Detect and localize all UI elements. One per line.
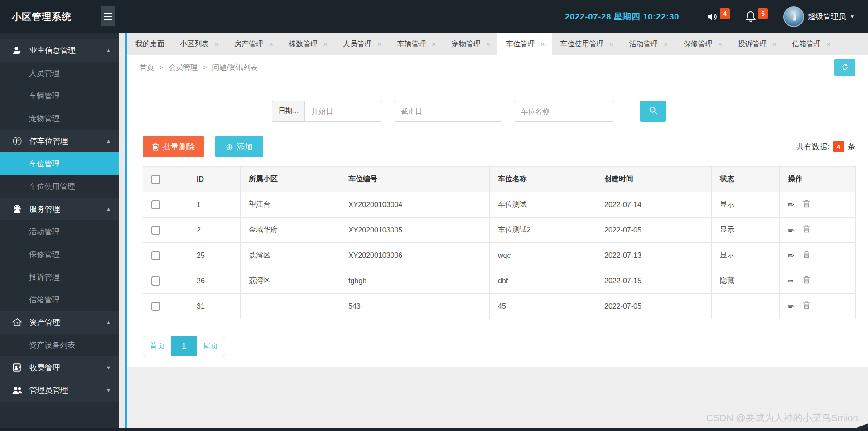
row-checkbox[interactable] [151, 200, 160, 209]
refresh-button[interactable] [834, 59, 855, 76]
sidebar-toggle-button[interactable] [101, 6, 115, 26]
date-range-group: 日期... [272, 101, 382, 122]
hamburger-icon [104, 13, 112, 14]
sidebar-item-asset-device-list[interactable]: 资产设备列表 [0, 334, 119, 356]
sidebar-item-pet[interactable]: 宠物管理 [0, 107, 119, 130]
tab-mailbox[interactable]: 信箱管理 × [783, 33, 838, 55]
delete-icon[interactable] [803, 276, 810, 285]
table-row: 25 荔湾区 XY20200103006 wqc 2022-07-13 显示 ✏ [143, 243, 856, 268]
close-icon[interactable]: × [486, 40, 491, 49]
tab-pet[interactable]: 宠物管理 × [443, 33, 497, 55]
sidebar-item-repair[interactable]: 保修管理 [0, 243, 119, 266]
close-icon[interactable]: × [664, 40, 668, 49]
sidebar-item-owner-info[interactable]: 业主信息管理 ▲ [0, 39, 119, 62]
sidebar-item-label: 服务管理 [29, 204, 60, 214]
bell-notifications[interactable]: 5 [745, 11, 768, 23]
edit-icon[interactable]: ✏ [788, 276, 794, 286]
user-menu[interactable]: 超级管理员 ▼ [783, 6, 854, 27]
add-button[interactable]: ⊕ 添加 [215, 136, 263, 157]
search-button[interactable] [640, 101, 666, 122]
column-header-id: ID [188, 167, 241, 192]
bell-badge: 5 [758, 8, 768, 19]
tab-building[interactable]: 栋数管理 × [280, 33, 334, 55]
edit-icon[interactable]: ✏ [788, 251, 794, 261]
sidebar-item-mailbox[interactable]: 信箱管理 [0, 288, 119, 311]
close-icon[interactable]: × [214, 40, 219, 49]
batch-delete-button[interactable]: 批量删除 [143, 136, 204, 157]
sidebar-item-complaint[interactable]: 投诉管理 [0, 266, 119, 288]
tab-personnel[interactable]: 人员管理 × [334, 33, 389, 55]
row-checkbox[interactable] [151, 226, 160, 235]
tab-bar: 我的桌面 小区列表 × 房产管理 × 栋数管理 × 人员管理 × 车辆管理 × … [127, 33, 868, 55]
close-icon[interactable]: × [269, 40, 273, 49]
chevron-down-icon: ▼ [850, 14, 854, 19]
sound-notifications[interactable]: 4 [706, 11, 730, 23]
pagination-first[interactable]: 首页 [143, 336, 171, 356]
column-header-name: 车位名称 [490, 167, 596, 192]
sidebar-item-parking-usage[interactable]: 车位使用管理 [0, 175, 119, 198]
tab-activity[interactable]: 活动管理 × [621, 33, 675, 55]
sidebar-scroll-strip[interactable] [119, 33, 125, 431]
close-icon[interactable]: × [718, 40, 722, 49]
tab-repair[interactable]: 保修管理 × [675, 33, 729, 55]
table-row: 2 金域华府 XY20200103005 车位测试2 2022-07-05 显示… [143, 218, 856, 243]
pagination-last[interactable]: 尾页 [197, 336, 225, 356]
breadcrumb-current-page: 问题/资讯列表 [212, 63, 257, 73]
close-icon[interactable]: × [826, 40, 831, 49]
sidebar-item-label: 收费管理 [29, 363, 60, 373]
delete-icon[interactable] [803, 225, 810, 234]
sidebar-item-personnel[interactable]: 人员管理 [0, 62, 119, 84]
tab-vehicle[interactable]: 车辆管理 × [389, 33, 443, 55]
tab-community-list[interactable]: 小区列表 × [171, 33, 226, 55]
caret-up-icon: ▲ [106, 48, 111, 53]
edit-icon[interactable]: ✏ [788, 226, 794, 235]
column-header-community: 所属小区 [241, 167, 340, 192]
refresh-icon [840, 62, 850, 73]
sidebar-item-admins[interactable]: 管理员管理 ▼ [0, 379, 119, 402]
sidebar-item-parking-group[interactable]: Ⓟ 停车位管理 ▲ [0, 130, 119, 152]
tab-parking-usage[interactable]: 车位使用管理 × [552, 33, 621, 55]
caret-down-icon: ▼ [106, 365, 111, 370]
select-all-checkbox[interactable] [151, 175, 160, 184]
close-icon[interactable]: × [772, 40, 776, 49]
sidebar-item-billing[interactable]: 收费管理 ▼ [0, 356, 119, 379]
row-checkbox[interactable] [151, 251, 160, 260]
tab-property[interactable]: 房产管理 × [226, 33, 280, 55]
pagination-page-1[interactable]: 1 [171, 336, 197, 356]
count-badge: 4 [833, 141, 844, 152]
start-date-input[interactable] [304, 101, 382, 122]
close-icon[interactable]: × [540, 40, 545, 49]
close-icon[interactable]: × [323, 40, 328, 49]
tab-my-desktop[interactable]: 我的桌面 [127, 33, 171, 55]
parking-name-input[interactable] [514, 101, 614, 122]
sidebar-item-vehicle[interactable]: 车辆管理 [0, 84, 119, 107]
breadcrumb-home[interactable]: 首页 [140, 63, 154, 73]
sidebar-item-activity[interactable]: 活动管理 [0, 220, 119, 243]
close-icon[interactable]: × [432, 40, 436, 49]
row-checkbox[interactable] [151, 302, 160, 311]
delete-icon[interactable] [803, 301, 810, 310]
service-headset-icon [12, 204, 23, 214]
sidebar-item-parking-manage[interactable]: 车位管理 [0, 152, 119, 175]
tab-parking[interactable]: 车位管理 × [497, 33, 552, 55]
breadcrumb-member-manage[interactable]: 会员管理 [169, 63, 198, 73]
column-header-status: 状态 [712, 167, 780, 192]
tab-complaint[interactable]: 投诉管理 × [729, 33, 783, 55]
end-date-input[interactable] [394, 101, 502, 122]
close-icon[interactable]: × [377, 40, 382, 49]
column-header-created: 创建时间 [596, 167, 712, 192]
sidebar-item-asset[interactable]: 资产管理 ▲ [0, 311, 119, 334]
users-group-icon [12, 385, 23, 395]
avatar[interactable] [783, 6, 804, 27]
sidebar: 业主信息管理 ▲ 人员管理 车辆管理 宠物管理 Ⓟ 停车位管理 ▲ 车位管理 车… [0, 33, 119, 431]
edit-icon[interactable]: ✏ [788, 302, 794, 311]
sidebar-item-service[interactable]: 服务管理 ▲ [0, 198, 119, 220]
clock-text: 2022-07-28 星期四 10:22:30 [565, 11, 679, 23]
breadcrumb: 首页 > 会员管理 > 问题/资讯列表 [127, 55, 868, 80]
close-icon[interactable]: × [609, 40, 614, 49]
delete-icon[interactable] [803, 250, 810, 260]
bell-icon [745, 11, 756, 23]
row-checkbox[interactable] [151, 276, 160, 286]
edit-icon[interactable]: ✏ [788, 200, 794, 210]
delete-icon[interactable] [803, 199, 810, 209]
